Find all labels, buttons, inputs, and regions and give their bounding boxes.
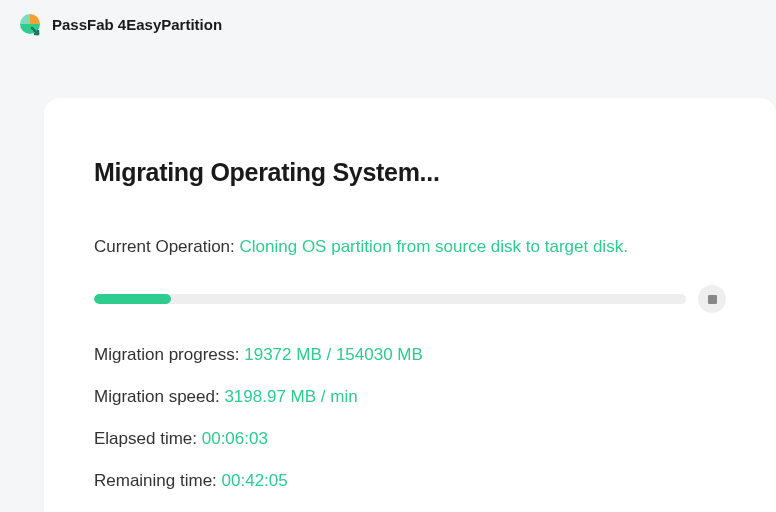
current-operation-value: Cloning OS partition from source disk to… xyxy=(240,237,628,256)
page-title: Migrating Operating System... xyxy=(94,158,726,187)
stop-icon xyxy=(708,295,717,304)
current-operation-label: Current Operation: xyxy=(94,237,240,256)
current-operation-line: Current Operation: Cloning OS partition … xyxy=(94,237,726,257)
app-title: PassFab 4EasyPartition xyxy=(52,16,222,33)
migration-progress-value: 19372 MB / 154030 MB xyxy=(244,345,423,364)
remaining-time-line: Remaining time: 00:42:05 xyxy=(94,471,726,491)
migration-speed-line: Migration speed: 3198.97 MB / min xyxy=(94,387,726,407)
migration-progress-line: Migration progress: 19372 MB / 154030 MB xyxy=(94,345,726,365)
stop-button[interactable] xyxy=(698,285,726,313)
app-header: PassFab 4EasyPartition xyxy=(0,0,776,48)
progress-row xyxy=(94,285,726,313)
elapsed-time-value: 00:06:03 xyxy=(202,429,268,448)
main-card: Migrating Operating System... Current Op… xyxy=(44,98,776,512)
remaining-time-label: Remaining time: xyxy=(94,471,222,490)
migration-progress-label: Migration progress: xyxy=(94,345,244,364)
elapsed-time-line: Elapsed time: 00:06:03 xyxy=(94,429,726,449)
migration-speed-value: 3198.97 MB / min xyxy=(224,387,357,406)
progress-fill xyxy=(94,294,171,304)
elapsed-time-label: Elapsed time: xyxy=(94,429,202,448)
progress-bar xyxy=(94,294,686,304)
app-logo-icon xyxy=(18,12,42,36)
migration-speed-label: Migration speed: xyxy=(94,387,224,406)
remaining-time-value: 00:42:05 xyxy=(222,471,288,490)
